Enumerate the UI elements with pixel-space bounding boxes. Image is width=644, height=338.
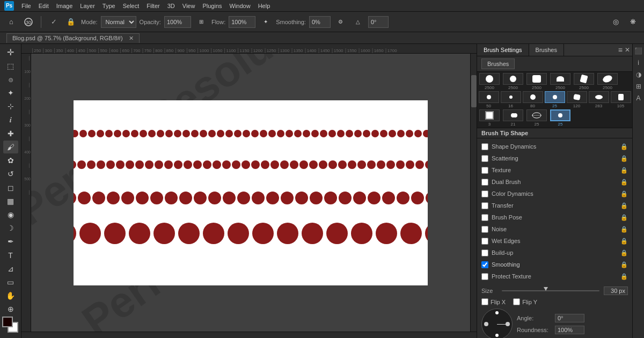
- brush-thumb-special[interactable]: 3: [478, 109, 501, 127]
- lock-icon-9[interactable]: 🔒: [620, 238, 628, 245]
- active-document-tab[interactable]: Blog.psd @ 75.7% (Background, RGB/8#) ✕: [6, 33, 140, 43]
- menu-edit[interactable]: Edit: [39, 3, 49, 9]
- smoothing-input[interactable]: [309, 16, 331, 28]
- brush-pose-checkbox[interactable]: [481, 214, 488, 221]
- dodge-tool[interactable]: ☽: [3, 222, 18, 234]
- lock-icon-10[interactable]: 🔒: [620, 249, 628, 256]
- menu-file[interactable]: File: [21, 3, 31, 9]
- scrollbar-thumb[interactable]: [471, 75, 477, 107]
- angle-wheel[interactable]: [481, 308, 513, 338]
- layers-icon[interactable]: ⊞: [634, 82, 643, 91]
- brush-thumb-small[interactable]: 80: [522, 91, 543, 108]
- vertical-scrollbar[interactable]: [470, 54, 477, 332]
- opacity-input[interactable]: [164, 16, 191, 28]
- type-tool[interactable]: T: [3, 249, 18, 261]
- lock-icon-12[interactable]: 🔒: [620, 273, 628, 280]
- horizontal-scrollbar[interactable]: [21, 332, 477, 338]
- brush-thumb-small[interactable]: 283: [588, 91, 609, 108]
- menu-help[interactable]: Help: [258, 3, 270, 9]
- lock-icon-5[interactable]: 🔒: [620, 190, 628, 197]
- smoothing-icon[interactable]: ⚙: [334, 15, 348, 29]
- move-tool[interactable]: ✛: [3, 46, 18, 58]
- roundness-handle-2[interactable]: [495, 334, 499, 337]
- lock-icon-4[interactable]: 🔒: [620, 179, 628, 186]
- brush-thumb-special[interactable]: 25: [525, 109, 548, 127]
- menu-image[interactable]: Image: [56, 3, 73, 9]
- lock-icon-2[interactable]: 🔒: [620, 155, 628, 162]
- menu-layer[interactable]: Layer: [80, 3, 95, 9]
- brush-thumb-item[interactable]: 2500: [596, 73, 619, 90]
- brush-thumb-item[interactable]: 2500: [502, 73, 524, 90]
- texture-checkbox[interactable]: [481, 167, 488, 174]
- flow-input[interactable]: [229, 16, 255, 28]
- brush-thumb-item[interactable]: 2500: [549, 73, 572, 90]
- flip-x-checkbox[interactable]: [481, 298, 488, 305]
- brush-thumb-item[interactable]: 2500: [478, 73, 501, 90]
- brush-tool[interactable]: 🖌: [3, 141, 18, 153]
- brushes-btn[interactable]: Brushes: [481, 58, 515, 69]
- menu-view[interactable]: View: [182, 3, 195, 9]
- lasso-tool[interactable]: ⌾: [3, 73, 18, 85]
- menu-select[interactable]: Select: [123, 3, 140, 9]
- lock-icon-3[interactable]: 🔒: [620, 167, 628, 174]
- brush-thumb-special[interactable]: 21: [502, 109, 524, 127]
- brush-thumb-small[interactable]: 16: [500, 91, 521, 108]
- path-tool[interactable]: ⊿: [3, 262, 18, 275]
- symmetry-btn[interactable]: ❋: [626, 15, 640, 29]
- zoom-tool[interactable]: ⊕: [3, 303, 18, 315]
- brush-settings-tab[interactable]: Brush Settings: [477, 44, 529, 56]
- roundness-handle[interactable]: [495, 311, 499, 314]
- eraser-tool[interactable]: ◻: [3, 181, 18, 194]
- brush-thumb-selected[interactable]: 25: [544, 91, 565, 108]
- color-icon[interactable]: ◑: [634, 70, 643, 79]
- menu-filter[interactable]: Filter: [147, 3, 159, 9]
- smoothing-checkbox[interactable]: [481, 261, 488, 268]
- history-tool[interactable]: ↺: [3, 168, 18, 180]
- target-btn[interactable]: ◎: [609, 15, 623, 29]
- menu-plugins[interactable]: Plugins: [202, 3, 222, 9]
- buildup-checkbox[interactable]: [481, 249, 488, 256]
- brush-tool-btn[interactable]: 30: [21, 15, 35, 29]
- angle-input[interactable]: [368, 16, 389, 28]
- lock-icon[interactable]: 🔒: [620, 143, 628, 150]
- brush-thumb-item[interactable]: 2500: [573, 73, 595, 90]
- hand-tool[interactable]: ✋: [3, 290, 18, 302]
- noise-checkbox[interactable]: [481, 226, 488, 233]
- protect-texture-checkbox[interactable]: [481, 273, 488, 280]
- color-dynamics-checkbox[interactable]: [481, 190, 488, 197]
- photoshop-canvas[interactable]: [74, 100, 428, 285]
- angle-handle-right[interactable]: [506, 322, 510, 326]
- dual-brush-checkbox[interactable]: [481, 179, 488, 186]
- home-btn[interactable]: ⌂: [4, 15, 18, 29]
- brush-thumb-selected-2[interactable]: 25: [549, 109, 572, 127]
- flip-y-checkbox[interactable]: [513, 298, 520, 305]
- flow-icon[interactable]: ✦: [259, 15, 273, 29]
- crop-tool[interactable]: ⊹: [3, 100, 18, 113]
- menu-3d[interactable]: 3D: [167, 3, 175, 9]
- brush-thumb-item[interactable]: 2500: [525, 73, 548, 90]
- scattering-checkbox[interactable]: [481, 155, 488, 162]
- marquee-tool[interactable]: ⬚: [3, 60, 18, 72]
- pen-tool[interactable]: ✒: [3, 236, 18, 248]
- close-tab-btn[interactable]: ✕: [129, 35, 134, 41]
- lock-icon-6[interactable]: 🔒: [620, 202, 628, 209]
- lock-btn[interactable]: 🔒: [64, 15, 78, 29]
- foreground-color[interactable]: [2, 317, 13, 327]
- menu-type[interactable]: Type: [103, 3, 115, 9]
- eyedropper-tool[interactable]: 𝒊: [3, 114, 18, 126]
- brushes-tab[interactable]: Brushes: [529, 44, 564, 56]
- lock-icon-7[interactable]: 🔒: [620, 214, 628, 221]
- wet-edges-checkbox[interactable]: [481, 238, 488, 245]
- size-slider-thumb[interactable]: [544, 287, 548, 291]
- toggle-btn[interactable]: ✓: [47, 15, 61, 29]
- panel-close-icon[interactable]: ✕: [625, 46, 630, 54]
- healing-tool[interactable]: ✚: [3, 127, 18, 139]
- brush-thumb-small[interactable]: 120: [566, 91, 587, 108]
- info-icon[interactable]: i: [634, 58, 643, 68]
- clone-tool[interactable]: ✿: [3, 155, 18, 167]
- lock-icon-8[interactable]: 🔒: [620, 226, 628, 233]
- canvas-container[interactable]: Perfect Resolution Perfect Resolution: [31, 54, 470, 332]
- angle-icon[interactable]: △: [351, 15, 365, 29]
- magic-wand-tool[interactable]: ✦: [3, 87, 18, 99]
- shape-dynamics-checkbox[interactable]: [481, 143, 488, 150]
